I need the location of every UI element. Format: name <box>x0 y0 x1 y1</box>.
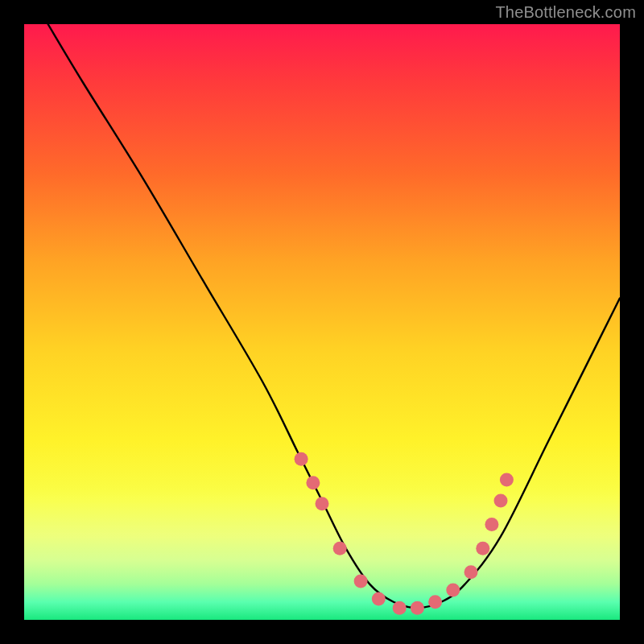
watermark-text: TheBottleneck.com <box>495 3 636 22</box>
gradient-plot-area <box>24 24 620 620</box>
chart-frame: TheBottleneck.com <box>0 0 644 644</box>
